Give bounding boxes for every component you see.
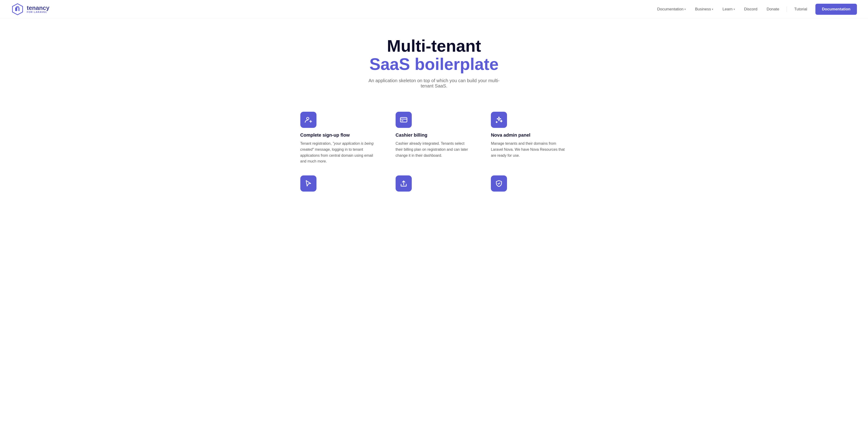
nav-documentation-label: Documentation [657, 7, 683, 11]
signup-title: Complete sign-up flow [300, 132, 377, 138]
billing-icon-box [396, 112, 412, 128]
user-add-icon [305, 116, 312, 124]
shield-icon-box [491, 175, 507, 191]
nav-documentation-button[interactable]: Documentation [815, 4, 857, 15]
nova-desc: Manage tenants and their domains from La… [491, 141, 568, 158]
svg-rect-1 [15, 7, 17, 11]
upload-icon [400, 180, 408, 187]
sparkles-icon [495, 116, 503, 124]
hero-subtitle: An application skeleton on top of which … [365, 78, 503, 89]
hero-title: Multi-tenant SaaS boilerplate [369, 37, 498, 73]
svg-marker-0 [12, 4, 23, 15]
nav-tutorial[interactable]: Tutorial [790, 5, 811, 13]
svg-point-4 [307, 117, 309, 120]
nav-links: Documentation ▾ Business ▾ Learn ▾ Disco… [653, 4, 857, 15]
signup-icon-box [300, 112, 316, 128]
features-section: Complete sign-up flow Tenant registratio… [273, 102, 596, 210]
credit-card-icon [400, 116, 408, 124]
hero-title-line2: SaaS boilerplate [369, 55, 498, 73]
nav-business[interactable]: Business ▾ [691, 5, 717, 13]
nav-documentation[interactable]: Documentation ▾ [653, 5, 689, 13]
feature-upload [396, 175, 472, 196]
cursor-icon [305, 180, 312, 187]
feature-nova: Nova admin panel Manage tenants and thei… [491, 112, 568, 164]
nova-title: Nova admin panel [491, 132, 568, 138]
chevron-down-icon: ▾ [734, 8, 735, 11]
logo-icon [11, 3, 24, 16]
cursor-icon-box [300, 175, 316, 191]
logo-link[interactable]: tenancy FOR LARAVEL [11, 3, 49, 16]
logo-subtitle: FOR LARAVEL [27, 11, 49, 13]
navbar: tenancy FOR LARAVEL Documentation ▾ Busi… [0, 0, 868, 19]
nav-learn[interactable]: Learn ▾ [719, 5, 738, 13]
upload-icon-box [396, 175, 412, 191]
nav-discord[interactable]: Discord [740, 5, 761, 13]
svg-rect-2 [18, 7, 20, 11]
chevron-down-icon: ▾ [684, 8, 686, 11]
chevron-down-icon: ▾ [712, 8, 713, 11]
feature-cursor [300, 175, 377, 196]
feature-billing: Cashier billing Cashier already integrat… [396, 112, 472, 164]
svg-rect-3 [16, 6, 19, 8]
nav-donate[interactable]: Donate [763, 5, 783, 13]
nav-divider [786, 6, 787, 12]
hero-title-line1: Multi-tenant [369, 37, 498, 55]
nav-learn-label: Learn [722, 7, 732, 11]
nav-business-label: Business [695, 7, 711, 11]
nova-icon-box [491, 112, 507, 128]
feature-signup: Complete sign-up flow Tenant registratio… [300, 112, 377, 164]
shield-check-icon [495, 180, 503, 187]
billing-title: Cashier billing [396, 132, 472, 138]
svg-rect-5 [400, 117, 407, 122]
nav-discord-label: Discord [744, 7, 757, 11]
hero-section: Multi-tenant SaaS boilerplate An applica… [0, 19, 868, 102]
logo-title: tenancy [27, 5, 49, 11]
signup-desc: Tenant registration, "your application i… [300, 141, 377, 164]
nav-donate-label: Donate [767, 7, 779, 11]
billing-desc: Cashier already integrated. Tenants sele… [396, 141, 472, 158]
feature-shield [491, 175, 568, 196]
